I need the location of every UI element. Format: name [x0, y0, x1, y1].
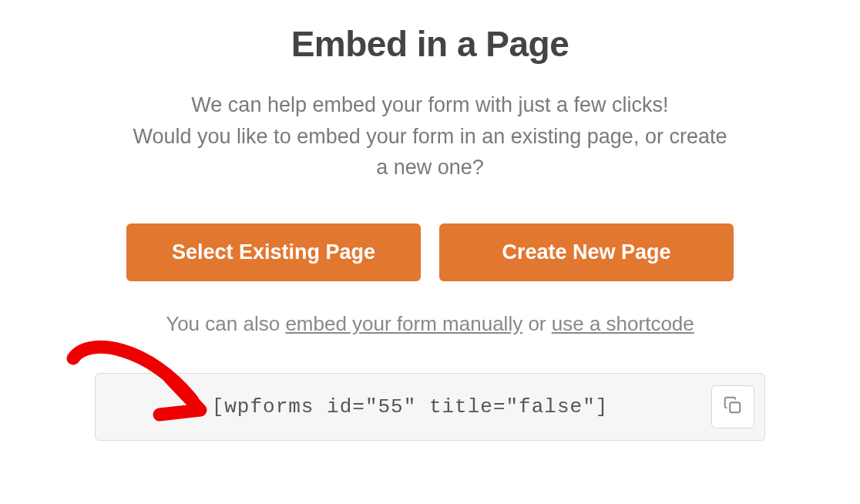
helper-text-middle: or: [522, 312, 552, 335]
copy-shortcode-button[interactable]: [711, 385, 754, 428]
select-existing-page-button[interactable]: Select Existing Page: [126, 223, 421, 281]
create-new-page-button[interactable]: Create New Page: [439, 223, 734, 281]
helper-text-prefix: You can also: [166, 312, 285, 335]
button-row: Select Existing Page Create New Page: [126, 223, 734, 281]
shortcode-container: [wpforms id="55" title="false"]: [95, 373, 765, 441]
subtitle-line-3: a new one?: [133, 152, 727, 183]
helper-text: You can also embed your form manually or…: [166, 312, 694, 336]
use-shortcode-link[interactable]: use a shortcode: [552, 312, 694, 335]
subtitle-line-1: We can help embed your form with just a …: [133, 89, 727, 121]
shortcode-text[interactable]: [wpforms id="55" title="false"]: [95, 373, 765, 441]
copy-icon: [723, 395, 743, 418]
subtitle-line-2: Would you like to embed your form in an …: [133, 121, 727, 153]
modal-title: Embed in a Page: [291, 23, 569, 65]
embed-manually-link[interactable]: embed your form manually: [285, 312, 522, 335]
svg-rect-0: [730, 402, 740, 412]
modal-subtitle: We can help embed your form with just a …: [133, 89, 727, 183]
